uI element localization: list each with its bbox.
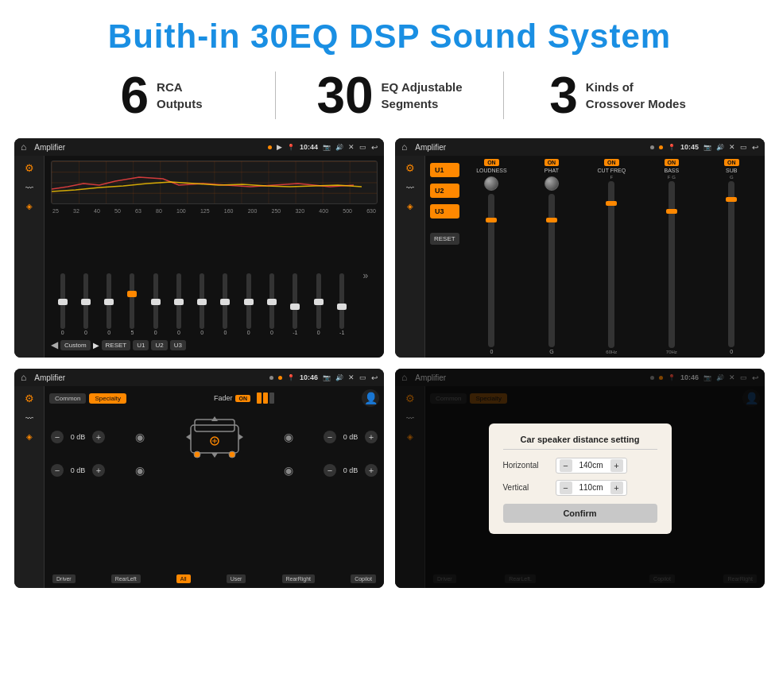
user-btn[interactable]: User [227, 574, 246, 583]
copilot-btn[interactable]: Copilot [351, 574, 376, 583]
u2-button[interactable]: U2 [430, 184, 459, 198]
crossover-screen: ⌂ Amplifier 📍 10:45 📷 🔊 ✕ ▭ ↩ ⚙ 〰 ◈ U1 U… [395, 138, 765, 358]
camera-icon-2: 📷 [703, 144, 711, 151]
specialty-tab[interactable]: Specialty [89, 393, 126, 404]
home-icon[interactable]: ⌂ [21, 141, 26, 153]
channel-loudness: ON LOUDNESS 0 [463, 159, 520, 354]
dialog-title: Car speaker distance setting [503, 435, 657, 450]
ch-slider-cutfreq[interactable] [608, 181, 614, 348]
fr-minus[interactable]: − [324, 431, 336, 443]
horizontal-minus-btn[interactable]: − [560, 459, 572, 472]
freq-32: 32 [73, 208, 79, 214]
driver-btn[interactable]: Driver [52, 574, 76, 583]
ch-knob-2[interactable] [545, 176, 559, 191]
eq-toolbar-icon-1[interactable]: ⚙ [25, 162, 34, 174]
channel-sub: ON SUB G 0 [703, 159, 760, 354]
ch-on-bass[interactable]: ON [665, 159, 680, 166]
ch-freq-cutfreq: 60Hz [606, 350, 617, 354]
back-icon-2[interactable]: ↩ [752, 143, 758, 152]
svg-marker-9 [186, 434, 191, 440]
crossover-toolbar-2[interactable]: 〰 [406, 184, 414, 192]
vertical-minus-btn[interactable]: − [560, 481, 572, 494]
back-icon-1[interactable]: ↩ [371, 143, 378, 152]
ch-on-cutfreq[interactable]: ON [604, 159, 619, 166]
vertical-plus-btn[interactable]: + [610, 481, 623, 494]
user-icon-fader[interactable]: 👤 [362, 389, 379, 407]
rl-minus[interactable]: − [51, 464, 64, 477]
fl-plus[interactable]: + [92, 431, 105, 443]
fl-vol-val: 0 dB [67, 433, 89, 441]
distance-screen: ⌂ Amplifier 📍 10:46 📷 🔊 ✕ ▭ ↩ ⚙ 〰 ◈ Comm… [395, 369, 765, 588]
ch-slider-sub[interactable] [728, 181, 734, 347]
freq-320: 320 [295, 208, 304, 214]
ch-slider-phat[interactable] [548, 194, 555, 347]
rearright-btn[interactable]: RearRight [282, 574, 316, 583]
back-icon-3[interactable]: ↩ [371, 373, 378, 382]
eq-slider-9[interactable]: 0 [246, 273, 251, 335]
reset-button-x[interactable]: RESET [430, 233, 459, 245]
svg-marker-7 [211, 416, 218, 421]
ch-slider-bass[interactable] [669, 181, 675, 348]
fader-toolbar-1[interactable]: ⚙ [25, 393, 34, 404]
eq-slider-3[interactable]: 0 [107, 273, 111, 335]
stat-text-rca-1: RCA [157, 79, 203, 95]
eq-slider-6[interactable]: 0 [176, 273, 181, 335]
eq-slider-13[interactable]: -1 [339, 273, 344, 335]
home-icon-2[interactable]: ⌂ [401, 141, 407, 153]
ch-val-phat: G [549, 349, 553, 354]
eq-slider-8[interactable]: 0 [223, 273, 227, 335]
eq-slider-7[interactable]: 0 [200, 273, 204, 335]
ch-slider-loudness[interactable] [488, 194, 494, 347]
pin-icon-2: 📍 [668, 144, 676, 151]
eq-prev-arrow[interactable]: ◀ [51, 339, 58, 350]
stat-eq: 30 EQ Adjustable Segments [276, 70, 503, 121]
rl-plus[interactable]: + [92, 464, 105, 477]
eq-toolbar-icon-3[interactable]: ◈ [26, 202, 33, 211]
eq-slider-5[interactable]: 0 [153, 273, 158, 335]
fl-minus[interactable]: − [51, 431, 64, 443]
vertical-label: Vertical [503, 483, 551, 492]
eq-slider-12[interactable]: 0 [316, 273, 321, 335]
ch-val-loudness: 0 [490, 349, 493, 354]
home-icon-3[interactable]: ⌂ [21, 372, 26, 383]
eq-slider-4[interactable]: 5 [130, 273, 134, 335]
eq-expand-arrows[interactable]: » [363, 270, 369, 281]
horizontal-plus-btn[interactable]: + [610, 459, 623, 472]
ch-on-sub[interactable]: ON [724, 159, 739, 166]
eq-freq-labels: 25 32 40 50 63 80 100 125 160 200 250 32… [51, 207, 378, 215]
ch-on-phat[interactable]: ON [545, 159, 560, 166]
u3-button[interactable]: U3 [430, 204, 459, 219]
fader-toolbar-3[interactable]: ◈ [26, 432, 33, 441]
eq-u1-btn[interactable]: U1 [133, 340, 149, 350]
eq-u2-btn[interactable]: U2 [151, 340, 167, 350]
common-tab[interactable]: Common [49, 393, 86, 404]
ch-on-loudness[interactable]: ON [484, 159, 499, 166]
crossover-toolbar-1[interactable]: ⚙ [405, 162, 415, 174]
rearleft-btn[interactable]: RearLeft [111, 574, 141, 583]
eq-toolbar-icon-2[interactable]: 〰 [25, 184, 33, 192]
eq-play-btn[interactable]: ▶ [93, 341, 99, 350]
eq-curve-svg [52, 161, 377, 203]
rr-plus[interactable]: + [365, 464, 378, 477]
freq-40: 40 [94, 208, 100, 214]
fr-plus[interactable]: + [365, 431, 378, 443]
eq-slider-2[interactable]: 0 [83, 273, 88, 335]
eq-custom-btn[interactable]: Custom [60, 340, 91, 350]
status-dot-orange-1 [268, 145, 272, 149]
eq-slider-1[interactable]: 0 [60, 273, 65, 335]
rr-minus[interactable]: − [324, 464, 336, 477]
crossover-toolbar-3[interactable]: ◈ [407, 202, 413, 211]
fader-panel: Common Specialty Fader ON 👤 − [45, 386, 384, 588]
eq-slider-11[interactable]: -1 [293, 273, 297, 335]
freq-80: 80 [156, 208, 162, 214]
confirm-button[interactable]: Confirm [503, 504, 657, 523]
eq-u3-btn[interactable]: U3 [170, 340, 186, 350]
ch-knob-1[interactable] [484, 176, 498, 191]
u1-button[interactable]: U1 [430, 163, 459, 177]
fader-screen-content: ⚙ 〰 ◈ Common Specialty Fader ON 👤 [14, 386, 384, 588]
eq-reset-btn[interactable]: RESET [102, 340, 131, 350]
on-toggle-fader[interactable]: ON [235, 395, 250, 402]
all-btn[interactable]: All [176, 574, 191, 583]
eq-slider-10[interactable]: 0 [269, 273, 274, 335]
fader-toolbar-2[interactable]: 〰 [25, 414, 33, 423]
